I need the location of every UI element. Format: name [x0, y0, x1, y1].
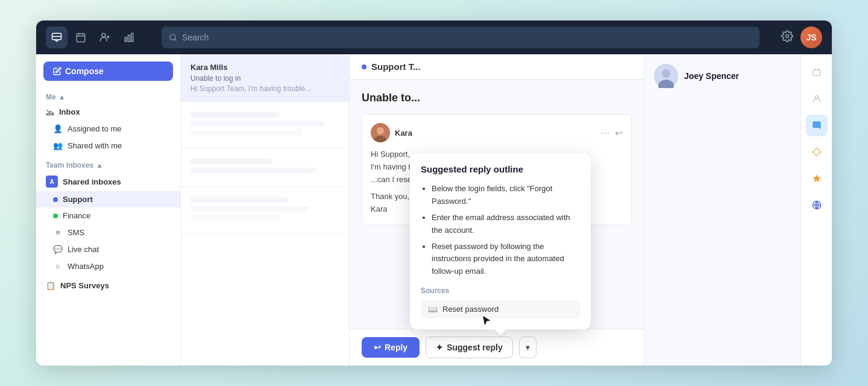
sms-label: SMS	[68, 228, 84, 237]
message-avatar	[371, 123, 390, 142]
whatsapp-label: WhatsApp	[68, 262, 104, 271]
compose-button[interactable]: Compose	[43, 62, 173, 81]
team-inboxes-label: Team Inboxes	[46, 161, 93, 169]
inbox-nav-icon[interactable]	[46, 27, 68, 48]
right-sidebar-grid-icon[interactable]	[806, 194, 828, 216]
svg-rect-1	[77, 34, 85, 42]
conv-sender: Kara Mills	[190, 63, 227, 72]
right-sidebar-diamond-icon[interactable]	[806, 141, 828, 163]
right-sidebar-person-icon[interactable]	[806, 88, 828, 110]
popup-list: Below the login fields, click "Forgot Pa…	[421, 183, 580, 278]
me-section[interactable]: Me ▲	[36, 90, 180, 104]
live-chat-icon: 💬	[53, 244, 63, 254]
support-dot	[53, 197, 58, 202]
right-sidebar-star-icon[interactable]	[806, 168, 828, 189]
team-inboxes-section[interactable]: Team Inboxes ▲	[36, 154, 180, 172]
conv-subject: Unable to log in	[190, 74, 339, 83]
source-book-icon: 📖	[428, 305, 438, 314]
inbox-icon	[46, 108, 54, 116]
nps-icon: 📋	[46, 280, 55, 290]
shared-inboxes-icon: A	[46, 176, 58, 188]
me-label: Me	[46, 93, 56, 101]
sidebar-item-finance[interactable]: Finance	[36, 207, 180, 224]
conv-item-header: Kara Mills	[190, 63, 339, 72]
finance-dot	[53, 214, 58, 218]
popup-title: Suggested reply outline	[421, 164, 580, 174]
popup-sources-label: Sources	[421, 286, 580, 295]
svg-rect-6	[125, 37, 127, 42]
sms-icon: ≡	[53, 227, 63, 237]
popup-card: Suggested reply outline Below the login …	[410, 153, 591, 329]
conv-item-placeholder-1[interactable]	[181, 102, 349, 149]
reply-button[interactable]: ↩ Reply	[362, 337, 420, 358]
svg-point-16	[662, 69, 670, 78]
customer-panel: Joey Spencer	[644, 54, 800, 365]
reply-arrow-icon: ↩	[374, 343, 381, 352]
sidebar-item-support[interactable]: Support	[36, 191, 180, 207]
more-options-icon[interactable]: ⋯	[600, 127, 610, 139]
shared-icon: 👥	[53, 141, 63, 150]
placeholder-bar	[190, 121, 324, 127]
sidebar-item-whatsapp[interactable]: ○ WhatsApp	[36, 258, 180, 274]
reply-dropdown-button[interactable]: ▾	[519, 337, 536, 358]
calendar-nav-icon[interactable]	[70, 27, 92, 48]
reply-icon[interactable]: ↩	[615, 127, 623, 139]
placeholder-bar	[190, 206, 310, 212]
svg-point-5	[102, 33, 105, 37]
customer-avatar	[654, 64, 678, 88]
contacts-nav-icon[interactable]	[94, 27, 116, 48]
shared-inboxes-label: Shared inboxes	[63, 177, 121, 186]
svg-marker-20	[813, 148, 820, 156]
sidebar-item-assigned-to-me[interactable]: 👤 Assigned to me	[36, 120, 180, 137]
assigned-icon: 👤	[53, 124, 63, 133]
suggested-reply-popup: Suggested reply outline Below the login …	[410, 153, 591, 329]
search-bar[interactable]: Search	[162, 27, 760, 48]
popup-list-item-3: Reset password by following the instruct…	[432, 241, 580, 278]
search-icon	[169, 33, 177, 42]
message-sender-name: Kara	[395, 128, 412, 138]
sidebar-item-nps-surveys[interactable]: 📋 NPS Surveys	[36, 274, 180, 294]
suggest-reply-label: Suggest reply	[447, 343, 503, 352]
sidebar-item-inbox[interactable]: Inbox	[36, 104, 180, 120]
sidebar-item-live-chat[interactable]: 💬 Live chat	[36, 241, 180, 258]
conversation-item[interactable]: Kara Mills Unable to log in Hi Support T…	[181, 54, 349, 102]
placeholder-bar	[190, 168, 317, 174]
chat-status-dot	[362, 65, 366, 69]
compose-label: Compose	[65, 66, 104, 76]
source-item-label: Reset password	[442, 305, 498, 314]
popup-source-item[interactable]: 📖 Reset password	[421, 300, 580, 318]
placeholder-bar	[190, 112, 280, 118]
chat-header: Support T...	[350, 54, 644, 80]
sidebar-item-shared-inboxes[interactable]: A Shared inboxes	[36, 172, 180, 191]
team-inboxes-chevron: ▲	[96, 161, 103, 169]
sidebar-item-sms[interactable]: ≡ SMS	[36, 224, 180, 241]
placeholder-bar	[190, 130, 302, 136]
conv-item-placeholder-3[interactable]	[181, 187, 349, 234]
placeholder-bar	[190, 197, 288, 203]
nav-right-area: JS	[781, 27, 822, 48]
right-sidebar-chat-icon[interactable]	[806, 115, 828, 136]
settings-icon[interactable]	[781, 30, 793, 45]
shared-with-me-label: Shared with me	[68, 141, 122, 150]
inbox-label: Inbox	[59, 107, 80, 116]
reports-nav-icon[interactable]	[118, 27, 140, 48]
sidebar: Compose Me ▲ Inbox 👤 Assigned to me 👥 Sh…	[36, 54, 181, 365]
customer-avatar-image	[654, 64, 678, 88]
user-avatar[interactable]: JS	[800, 27, 822, 48]
conv-preview: Hi Support Team, I'm having trouble...	[190, 84, 339, 93]
svg-rect-8	[131, 33, 133, 42]
right-sidebar	[800, 54, 832, 365]
conv-item-placeholder-2[interactable]	[181, 149, 349, 187]
message-subject: Unable to...	[362, 92, 632, 104]
suggest-reply-button[interactable]: ✦ Suggest reply	[426, 337, 513, 358]
support-label: Support	[63, 195, 93, 204]
live-chat-label: Live chat	[68, 245, 99, 254]
sidebar-item-shared-with-me[interactable]: 👥 Shared with me	[36, 137, 180, 154]
svg-point-13	[377, 127, 384, 134]
assigned-to-me-label: Assigned to me	[68, 124, 122, 133]
nav-icon-group	[46, 27, 140, 48]
right-sidebar-user-icon[interactable]	[806, 62, 828, 83]
popup-list-item-2: Enter the email address associated with …	[432, 212, 580, 237]
svg-line-10	[175, 39, 177, 41]
message-actions: ⋯ ↩	[600, 127, 623, 139]
